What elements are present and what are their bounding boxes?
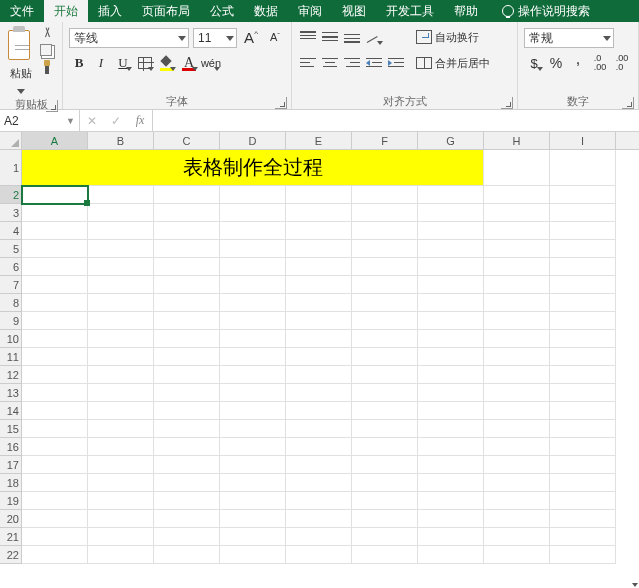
row-header-5[interactable]: 5 bbox=[0, 240, 22, 258]
cell[interactable] bbox=[88, 330, 154, 348]
cell[interactable] bbox=[286, 402, 352, 420]
cell[interactable] bbox=[352, 294, 418, 312]
cell[interactable] bbox=[352, 456, 418, 474]
confirm-entry-button[interactable]: ✓ bbox=[104, 114, 128, 128]
cell[interactable] bbox=[550, 546, 616, 564]
cell[interactable] bbox=[418, 366, 484, 384]
cell[interactable] bbox=[220, 330, 286, 348]
cell[interactable] bbox=[286, 366, 352, 384]
decrease-indent-button[interactable] bbox=[364, 54, 384, 72]
cell[interactable] bbox=[88, 294, 154, 312]
cell[interactable] bbox=[220, 420, 286, 438]
tab-help[interactable]: 帮助 bbox=[444, 0, 488, 22]
name-box[interactable]: A2 ▼ bbox=[0, 110, 80, 131]
cell[interactable] bbox=[88, 402, 154, 420]
cell[interactable] bbox=[220, 240, 286, 258]
cell[interactable] bbox=[550, 492, 616, 510]
cell[interactable] bbox=[22, 348, 88, 366]
cell[interactable] bbox=[418, 222, 484, 240]
cell[interactable] bbox=[220, 528, 286, 546]
cell[interactable] bbox=[418, 294, 484, 312]
cell[interactable] bbox=[154, 330, 220, 348]
cell[interactable] bbox=[286, 492, 352, 510]
increase-decimal-button[interactable]: .0.00 bbox=[590, 54, 610, 72]
cut-button[interactable] bbox=[40, 26, 56, 40]
cell[interactable] bbox=[286, 276, 352, 294]
cell[interactable] bbox=[22, 258, 88, 276]
alignment-launcher[interactable] bbox=[501, 97, 513, 109]
cell[interactable] bbox=[550, 438, 616, 456]
cell[interactable] bbox=[418, 240, 484, 258]
cell[interactable] bbox=[550, 204, 616, 222]
clipboard-launcher[interactable] bbox=[46, 100, 58, 112]
cell[interactable] bbox=[22, 276, 88, 294]
cell[interactable] bbox=[418, 204, 484, 222]
cell[interactable] bbox=[550, 474, 616, 492]
cell[interactable] bbox=[352, 204, 418, 222]
cell[interactable] bbox=[352, 384, 418, 402]
cell[interactable] bbox=[418, 384, 484, 402]
cell[interactable] bbox=[286, 348, 352, 366]
decrease-decimal-button[interactable]: .00.0 bbox=[612, 54, 632, 72]
cell[interactable] bbox=[418, 258, 484, 276]
cell[interactable] bbox=[286, 258, 352, 276]
cell[interactable] bbox=[550, 420, 616, 438]
cell[interactable] bbox=[22, 492, 88, 510]
cell[interactable] bbox=[286, 456, 352, 474]
cell[interactable] bbox=[88, 366, 154, 384]
cell[interactable] bbox=[550, 528, 616, 546]
cell[interactable] bbox=[286, 438, 352, 456]
cell[interactable] bbox=[550, 510, 616, 528]
cell[interactable] bbox=[220, 510, 286, 528]
cell[interactable] bbox=[88, 420, 154, 438]
cell[interactable] bbox=[22, 366, 88, 384]
wrap-text-button[interactable]: 自动换行 bbox=[416, 28, 516, 46]
cell[interactable] bbox=[418, 330, 484, 348]
cell[interactable] bbox=[22, 528, 88, 546]
cell[interactable] bbox=[154, 312, 220, 330]
cell[interactable] bbox=[550, 240, 616, 258]
formula-input[interactable] bbox=[153, 110, 639, 131]
underline-button[interactable]: U bbox=[113, 54, 133, 72]
cell[interactable] bbox=[286, 510, 352, 528]
row-header-12[interactable]: 12 bbox=[0, 366, 22, 384]
cell[interactable] bbox=[154, 420, 220, 438]
font-launcher[interactable] bbox=[275, 97, 287, 109]
number-format-dropdown[interactable]: 常规 bbox=[524, 28, 614, 48]
cell[interactable] bbox=[352, 546, 418, 564]
cell[interactable] bbox=[154, 474, 220, 492]
cell[interactable] bbox=[154, 276, 220, 294]
cell[interactable] bbox=[550, 150, 616, 186]
cell[interactable] bbox=[484, 294, 550, 312]
column-header-F[interactable]: F bbox=[352, 132, 418, 149]
cell[interactable] bbox=[484, 276, 550, 294]
cell[interactable] bbox=[88, 438, 154, 456]
cell[interactable] bbox=[88, 456, 154, 474]
cell[interactable] bbox=[88, 384, 154, 402]
border-button[interactable] bbox=[135, 54, 155, 72]
cell[interactable] bbox=[22, 204, 88, 222]
cell[interactable] bbox=[484, 222, 550, 240]
cell[interactable] bbox=[154, 402, 220, 420]
font-size-dropdown[interactable]: 11 bbox=[193, 28, 237, 48]
cell[interactable] bbox=[88, 258, 154, 276]
column-header-E[interactable]: E bbox=[286, 132, 352, 149]
cell[interactable] bbox=[88, 312, 154, 330]
cell[interactable] bbox=[154, 294, 220, 312]
cell[interactable] bbox=[352, 348, 418, 366]
cell[interactable] bbox=[418, 276, 484, 294]
percent-format-button[interactable] bbox=[546, 54, 566, 72]
column-header-B[interactable]: B bbox=[88, 132, 154, 149]
cell[interactable] bbox=[286, 186, 352, 204]
cell[interactable] bbox=[154, 510, 220, 528]
cell[interactable] bbox=[352, 366, 418, 384]
merged-title-cell[interactable]: 表格制作全过程 bbox=[22, 150, 484, 186]
cell[interactable] bbox=[220, 312, 286, 330]
format-painter-button[interactable] bbox=[40, 60, 54, 74]
column-header-D[interactable]: D bbox=[220, 132, 286, 149]
cell[interactable] bbox=[418, 510, 484, 528]
cell[interactable] bbox=[220, 366, 286, 384]
column-header-I[interactable]: I bbox=[550, 132, 616, 149]
merge-center-button[interactable]: 合并后居中 bbox=[416, 54, 516, 72]
cell[interactable] bbox=[22, 330, 88, 348]
